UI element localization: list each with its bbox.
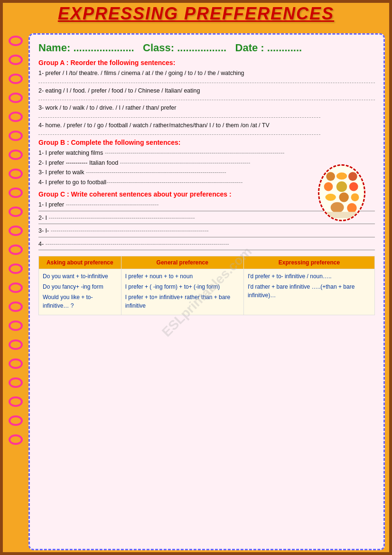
svg-point-50 [351,193,359,201]
spiral-ring [9,169,23,179]
group-a-item-3: 3- work / to / walk / to / drive. / I / … [38,104,320,113]
class-dots: ................. [177,42,226,54]
content-area: ESLprintables.com Name: ................… [28,33,385,550]
svg-point-44 [348,172,357,181]
answer-line-c2 [38,224,375,224]
table-header-2: General preference [121,256,243,269]
table-cell-asking: Do you want + to-infinitive Do you fancy… [39,269,121,315]
svg-point-47 [349,182,358,191]
spiral-ring [9,226,23,236]
page-title-area: EXPRESSING PREFFERENCES [0,0,392,26]
grammar-table: Asking about preference General preferen… [38,256,375,315]
group-c-item-2: 2- I -----------------------------------… [38,214,375,223]
name-class-date-line: Name: ..................... Class: .....… [38,42,375,54]
spiral-ring [9,358,23,369]
expressing-item-2: I'd rather + bare infinitive …..(+than +… [248,282,371,300]
group-a-title: Group A : Reorder the following sentence… [38,59,375,66]
asking-item-2: Do you fancy+ -ing form [43,282,117,291]
name-label: Name: [38,42,70,54]
spiral-ring [9,434,23,445]
svg-point-45 [324,182,333,191]
spiral-ring [9,415,23,426]
expressing-item-1: I'd prefer + to- infinitive / noun….. [248,272,371,281]
svg-point-52 [347,203,357,213]
spiral-ring [9,301,23,312]
spiral-ring [9,150,23,160]
spiral-ring [9,36,23,46]
asking-item-3: Would you like + to-infinitive… ? [43,293,117,310]
spiral-ring [9,282,23,293]
spiral-ring [9,320,23,331]
table-header-3: Expressing preference [243,256,374,269]
spiral-ring [9,112,23,122]
class-label: Class: [143,42,174,54]
main-title: EXPRESSING PREFFERENCES [58,4,334,24]
answer-line-c4 [38,250,375,250]
spiral-ring [9,131,23,141]
line-4 [38,131,320,135]
svg-point-42 [326,172,335,181]
spiral-ring [9,55,23,65]
spiral-ring [9,245,23,255]
line-1 [38,79,375,83]
table-cell-expressing: I'd prefer + to- infinitive / noun….. I'… [243,269,374,315]
spiral-ring [9,74,23,84]
general-item-2: I prefer + ( -ing form) + to+ (-ing form… [125,282,240,291]
spiral-ring [9,188,23,198]
svg-point-46 [336,181,347,192]
general-item-3: I prefer + to+ infinitive+ rather than +… [125,293,240,310]
general-item-1: I prefer + noun + to + noun [125,272,240,281]
svg-point-48 [325,194,336,201]
table-row: Do you want + to-infinitive Do you fancy… [39,269,375,315]
answer-line-c3 [38,237,375,237]
line-2 [38,96,375,100]
spiral-ring [9,396,23,407]
table-cell-general: I prefer + noun + to + noun I prefer + (… [121,269,243,315]
group-c-item-4: 4- -------------------------------------… [38,240,375,249]
spiral-ring [9,377,23,388]
group-b-item-1: 1- I prefer watching films -------------… [38,149,375,158]
svg-point-51 [331,202,344,213]
group-a-item-1: 1- prefer / I /to/ theatre. / films / ci… [38,69,375,78]
group-a-item-2: 2- eating / I / food. / prefer / food / … [38,87,375,95]
spiral-ring [9,207,23,217]
svg-point-43 [336,172,347,179]
group-a-item-4: 4- home. / prefer / to / go / football /… [38,122,320,130]
table-header-1: Asking about preference [39,256,121,269]
svg-point-49 [339,192,349,202]
group-c-item-3: 3- I- ----------------------------------… [38,227,375,235]
spiral-ring [9,263,23,274]
spiral-ring [9,339,23,350]
group-b-item-2: 2- I prefer ----------- Italian food ---… [38,159,375,168]
spiral-binding [9,36,28,550]
spiral-ring [9,93,23,103]
date-dots: ............ [267,42,302,54]
group-b-title: Group B : Complete the following sentenc… [38,139,375,146]
name-dots: ..................... [73,42,134,54]
date-label: Date : [235,42,264,54]
line-3 [38,114,320,118]
asking-item-1: Do you want + to-infinitive [43,272,117,281]
food-image [318,164,365,221]
